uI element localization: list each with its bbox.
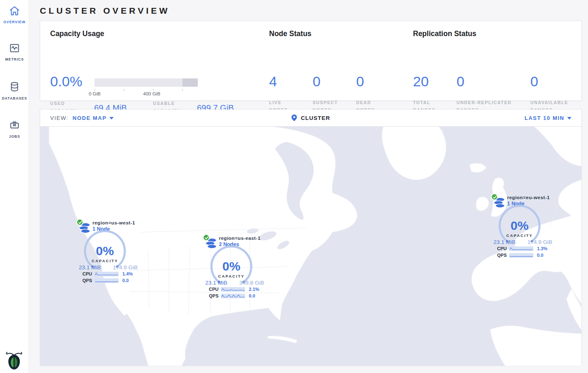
cpu-value: 1.3%	[537, 246, 547, 251]
replication-status-heading: Replication Status	[413, 29, 476, 38]
node-used-capacity: 23.1 MiB	[205, 280, 227, 286]
cpu-value: 1.4%	[122, 271, 133, 276]
sidebar-item-label: DATABASES	[0, 96, 29, 100]
database-icon	[9, 86, 20, 93]
dead-nodes-stat: 0 DEAD NODES	[356, 74, 385, 114]
landmass-iceland	[469, 163, 486, 172]
landmass-greenland	[382, 127, 446, 180]
healthy-check-icon	[203, 234, 210, 241]
qps-sparkline	[95, 278, 119, 283]
node-used-capacity: 23.1 MiB	[493, 239, 515, 245]
sidebar-item-label: OVERVIEW	[0, 20, 29, 24]
under-replicated-ranges-stat: 0 UNDER-REPLICATED RANGES	[457, 74, 523, 114]
qps-label: QPS	[203, 293, 219, 298]
cpu-sparkline	[221, 287, 245, 292]
dead-nodes-value: 0	[356, 74, 385, 88]
cpu-label: CPU	[203, 287, 219, 292]
home-icon	[9, 10, 20, 17]
cpu-label: CPU	[491, 246, 507, 251]
suspect-nodes-stat: 0 SUSPECT NODES	[313, 74, 342, 114]
landmass-caribbean	[267, 336, 297, 343]
map-toolbar: VIEW: NODE MAP CLUSTER LAST 10 MIN	[40, 110, 581, 127]
gauge-label: CAPACITY	[92, 258, 118, 263]
capacity-gauge: 0% CAPACITY	[495, 205, 544, 244]
landmass-north-africa	[490, 326, 581, 366]
capacity-tick-label-0: 0 GiB	[89, 91, 101, 96]
sidebar-item-overview[interactable]: OVERVIEW	[0, 0, 29, 28]
time-range-selector[interactable]: LAST 10 MIN	[525, 115, 571, 121]
page-title: CLUSTER OVERVIEW	[40, 0, 582, 21]
live-nodes-stat: 4 LIVE NODES	[269, 74, 298, 114]
gauge-percent: 0%	[96, 244, 114, 258]
qps-value: 0.0	[537, 253, 543, 258]
sidebar: OVERVIEW METRICS DATABASES	[0, 0, 29, 373]
suspect-nodes-value: 0	[313, 74, 342, 88]
cpu-sparkline	[95, 272, 119, 276]
world-map[interactable]: region=us-west-1 1 Node 0% CAPACITY 23.1…	[40, 127, 581, 366]
breadcrumb: CLUSTER	[40, 115, 581, 121]
node-capsule-us-west-1: region=us-west-1 1 Node 0% CAPACITY 23.1…	[76, 219, 148, 285]
qps-value: 0.0	[122, 278, 129, 283]
sidebar-item-databases[interactable]: DATABASES	[0, 76, 29, 105]
qps-label: QPS	[491, 253, 507, 258]
view-label: VIEW:	[50, 115, 68, 121]
landmass-scandinavia	[534, 127, 581, 166]
total-ranges-value: 20	[413, 74, 442, 88]
sidebar-item-jobs[interactable]: JOBS	[0, 114, 29, 143]
node-region-link[interactable]: region=eu-west-1	[507, 195, 550, 200]
breadcrumb-cluster[interactable]: CLUSTER	[292, 115, 330, 121]
sidebar-item-label: METRICS	[0, 57, 29, 61]
chevron-down-icon	[567, 117, 571, 119]
live-nodes-value: 4	[269, 74, 298, 88]
node-region-link[interactable]: region=us-east-1	[219, 236, 260, 241]
node-total-capacity: 349.8 GiB	[239, 280, 264, 286]
under-replicated-ranges-value: 0	[457, 74, 523, 88]
capacity-usage-heading: Capacity Usage	[50, 29, 104, 38]
landmass-ireland	[476, 197, 489, 211]
capacity-tick-label-400: 400 GiB	[143, 91, 160, 96]
capacity-gauge: 0% CAPACITY	[80, 230, 130, 269]
cpu-value: 2.1%	[249, 287, 259, 292]
gauge-percent: 0%	[222, 259, 240, 273]
node-total-capacity: 174.9 GiB	[527, 239, 552, 245]
cpu-sparkline	[509, 246, 533, 251]
sidebar-item-label: JOBS	[0, 134, 29, 139]
cockroachdb-logo[interactable]	[5, 350, 23, 370]
qps-sparkline	[509, 253, 533, 258]
node-status-heading: Node Status	[269, 29, 311, 38]
chevron-down-icon	[109, 117, 114, 119]
node-total-capacity: 174.9 GiB	[113, 264, 138, 271]
capacity-bar-reserved-segment	[182, 78, 198, 87]
gauge-label: CAPACITY	[218, 274, 245, 278]
main-content: CLUSTER OVERVIEW Capacity Usage 0.0% 0 G…	[29, 0, 588, 371]
total-ranges-stat: 20 TOTAL RANGES	[413, 74, 442, 114]
briefcase-icon	[9, 124, 20, 132]
qps-label: QPS	[76, 278, 92, 283]
metrics-icon	[9, 47, 20, 54]
cpu-label: CPU	[76, 271, 92, 276]
qps-sparkline	[221, 294, 245, 298]
gauge-label: CAPACITY	[506, 233, 533, 238]
unavailable-ranges-value: 0	[530, 74, 576, 88]
capacity-bar	[95, 78, 198, 87]
gauge-percent: 0%	[510, 219, 528, 232]
node-capsule-us-east-1: region=us-east-1 2 Nodes 0% CAPACITY 23.…	[203, 234, 274, 300]
qps-value: 0.0	[249, 293, 255, 298]
node-used-capacity: 23.1 MiB	[79, 264, 101, 271]
unavailable-ranges-stat: 0 UNAVAILABLE RANGES	[530, 74, 576, 114]
cluster-summary-card: Capacity Usage 0.0% 0 GiB 400 GiB USED C…	[40, 21, 582, 101]
view-selector[interactable]: NODE MAP	[73, 115, 114, 121]
capacity-gauge: 0% CAPACITY	[207, 246, 256, 285]
capacity-used-percent: 0.0%	[50, 74, 83, 88]
sidebar-item-metrics[interactable]: METRICS	[0, 37, 29, 66]
node-map-card: VIEW: NODE MAP CLUSTER LAST 10 MIN	[40, 109, 582, 366]
healthy-check-icon	[491, 193, 498, 200]
node-capsule-eu-west-1: region=eu-west-1 1 Node 0% CAPACITY 23.1…	[491, 193, 562, 260]
healthy-check-icon	[76, 219, 83, 226]
map-pin-icon	[292, 115, 301, 121]
node-region-link[interactable]: region=us-west-1	[92, 220, 135, 225]
